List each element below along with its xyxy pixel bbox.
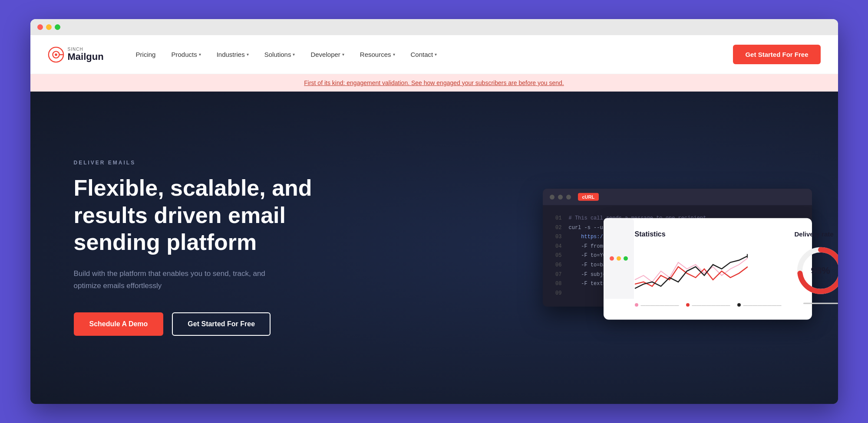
code-dot-1 xyxy=(550,194,554,199)
delivery-bar xyxy=(803,303,838,304)
legend-label-1: ———————— xyxy=(641,302,679,308)
traffic-light-green[interactable] xyxy=(55,24,60,30)
browser-window: SINCH Mailgun Pricing Products ▾ Industr… xyxy=(30,19,838,404)
nav-pricing-label: Pricing xyxy=(136,51,156,58)
code-titlebar: cURL xyxy=(543,189,812,205)
nav-contact-label: Contact xyxy=(411,51,433,58)
legend-item-1: ———————— xyxy=(635,302,679,308)
stats-right: Delivery rate 98% xyxy=(795,230,838,308)
legend-label-2: ———————— xyxy=(692,302,730,308)
legend-dot-3 xyxy=(737,303,741,307)
legend-item-3: ———————— xyxy=(737,302,782,308)
donut-chart: 98% xyxy=(795,245,838,297)
nav-links: Pricing Products ▾ Industries ▾ Solution… xyxy=(130,47,733,62)
code-tab-curl: cURL xyxy=(578,193,599,201)
legend-dot-2 xyxy=(686,303,690,307)
traffic-light-yellow[interactable] xyxy=(46,24,52,30)
nav-resources-label: Resources xyxy=(360,51,391,58)
banner: First of its kind: engagement validation… xyxy=(30,74,838,92)
nav-cta-button[interactable]: Get Started For Free xyxy=(733,45,820,64)
stats-dot-green xyxy=(624,256,628,261)
hero-content: DELIVER EMAILS Flexible, scalable, and r… xyxy=(74,160,334,336)
legend-dot-1 xyxy=(635,303,638,307)
stats-dot-yellow xyxy=(617,256,621,261)
logo-text: SINCH Mailgun xyxy=(68,47,104,62)
nav-solutions-chevron: ▾ xyxy=(293,52,295,57)
logo-mailgun: Mailgun xyxy=(68,52,104,62)
schedule-demo-button[interactable]: Schedule A Demo xyxy=(74,312,164,336)
delivery-rate-title: Delivery rate xyxy=(795,230,834,238)
nav-item-industries[interactable]: Industries ▾ xyxy=(211,47,255,62)
code-dot-3 xyxy=(566,194,571,199)
browser-chrome xyxy=(30,19,838,35)
statistics-chart xyxy=(635,245,748,297)
hero-label: DELIVER EMAILS xyxy=(74,160,334,166)
nav-industries-chevron: ▾ xyxy=(247,52,249,57)
nav-item-contact[interactable]: Contact ▾ xyxy=(405,47,443,62)
statistics-title: Statistics xyxy=(635,230,782,238)
hero-title: Flexible, scalable, and results driven e… xyxy=(74,174,334,256)
nav-item-products[interactable]: Products ▾ xyxy=(165,47,207,62)
nav-solutions-label: Solutions xyxy=(264,51,291,58)
nav-resources-chevron: ▾ xyxy=(393,52,395,57)
stats-titlebar xyxy=(604,218,634,299)
banner-link[interactable]: First of its kind: engagement validation… xyxy=(304,79,564,86)
stats-window: Statistics xyxy=(604,218,812,320)
nav-item-developer[interactable]: Developer ▾ xyxy=(304,47,350,62)
chart-area xyxy=(635,245,782,297)
nav-item-pricing[interactable]: Pricing xyxy=(130,47,162,62)
hero-buttons: Schedule A Demo Get Started For Free xyxy=(74,312,334,336)
nav-industries-label: Industries xyxy=(217,51,245,58)
logo[interactable]: SINCH Mailgun xyxy=(48,46,104,63)
svg-point-3 xyxy=(55,53,57,56)
legend-item-2: ———————— xyxy=(686,302,730,308)
get-started-button[interactable]: Get Started For Free xyxy=(172,312,271,336)
svg-marker-4 xyxy=(747,254,748,258)
nav-developer-chevron: ▾ xyxy=(342,52,344,57)
mailgun-logo-icon xyxy=(48,46,64,63)
nav-item-solutions[interactable]: Solutions ▾ xyxy=(258,47,301,62)
nav-item-resources[interactable]: Resources ▾ xyxy=(354,47,401,62)
navbar: SINCH Mailgun Pricing Products ▾ Industr… xyxy=(30,35,838,74)
traffic-light-red[interactable] xyxy=(37,24,43,30)
nav-products-chevron: ▾ xyxy=(199,52,201,57)
nav-developer-label: Developer xyxy=(310,51,340,58)
stats-dot-red xyxy=(610,256,614,261)
stats-left: Statistics xyxy=(635,230,782,308)
code-dot-2 xyxy=(558,194,563,199)
nav-contact-chevron: ▾ xyxy=(435,52,437,57)
traffic-lights xyxy=(37,24,60,35)
hero-visual: cURL 01 # This call sends a message to o… xyxy=(543,189,812,307)
hero-subtitle: Build with the platform that enables you… xyxy=(74,268,282,291)
chart-legend: ———————— ———————— ———————— xyxy=(635,302,782,308)
nav-products-label: Products xyxy=(171,51,197,58)
legend-label-3: ———————— xyxy=(743,302,782,308)
donut-label: 98% xyxy=(811,265,830,276)
hero-section: DELIVER EMAILS Flexible, scalable, and r… xyxy=(30,92,838,404)
